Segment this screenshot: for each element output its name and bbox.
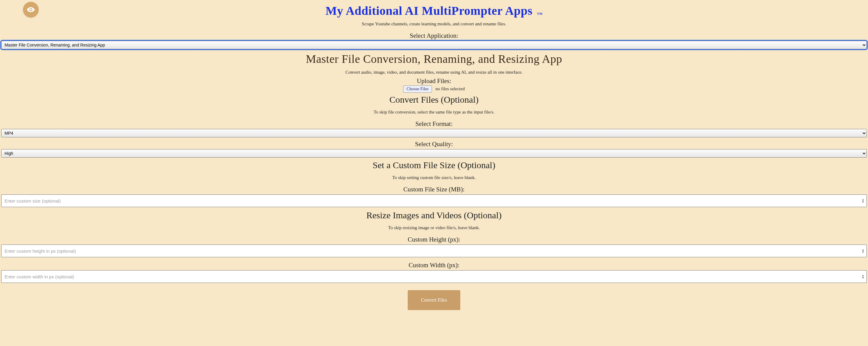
resize-section-hint: To skip resizing image or video file/s, … [1,225,867,230]
file-status-text: no files selected [435,86,465,92]
convert-files-button[interactable]: Convert Files [408,290,461,310]
custom-height-input[interactable] [1,245,867,257]
eye-icon-badge[interactable] [23,2,39,18]
application-select-wrap: Master File Conversion, Renaming, and Re… [1,41,867,49]
select-format-label: Select Format: [1,120,867,128]
size-section-hint: To skip setting custom file size/s, leav… [1,175,867,180]
upload-row: Choose Files no files selected [1,85,867,93]
app-subtitle: Convert audio, image, video, and documen… [1,70,867,75]
custom-width-input[interactable] [1,270,867,283]
convert-section-title: Convert Files (Optional) [1,95,867,105]
page-title: My Additional AI MultiPrompter Apps TM [1,4,867,18]
custom-width-label: Custom Width (px): [1,262,867,269]
page-subtitle: Scrape Youtube channels, create learning… [1,22,867,27]
size-section-title: Set a Custom File Size (Optional) [1,160,867,170]
custom-size-label: Custom File Size (MB): [1,186,867,193]
quality-select[interactable]: High [1,149,867,158]
custom-height-label: Custom Height (px): [1,236,867,243]
resize-section-title: Resize Images and Videos (Optional) [1,210,867,220]
upload-label: Upload Files: [1,77,867,85]
quality-select-wrap: High [1,149,867,158]
select-quality-label: Select Quality: [1,140,867,148]
format-select-wrap: MP4 [1,129,867,137]
select-application-label: Select Application: [1,32,867,40]
custom-height-input-wrap: ▲▼ [1,245,867,257]
page-root: My Additional AI MultiPrompter Apps TM S… [0,0,868,322]
choose-files-button[interactable]: Choose Files [403,85,432,93]
custom-width-input-wrap: ▲▼ [1,270,867,283]
application-select[interactable]: Master File Conversion, Renaming, and Re… [1,41,867,49]
page-title-text: My Additional AI MultiPrompter Apps [326,4,532,18]
custom-size-input[interactable] [1,195,867,207]
trademark-suffix: TM [537,12,542,15]
app-title: Master File Conversion, Renaming, and Re… [1,52,867,66]
convert-section-hint: To skip file conversion, select the same… [1,110,867,115]
format-select[interactable]: MP4 [1,129,867,137]
custom-size-input-wrap: ▲▼ [1,195,867,207]
eye-icon [27,5,35,14]
